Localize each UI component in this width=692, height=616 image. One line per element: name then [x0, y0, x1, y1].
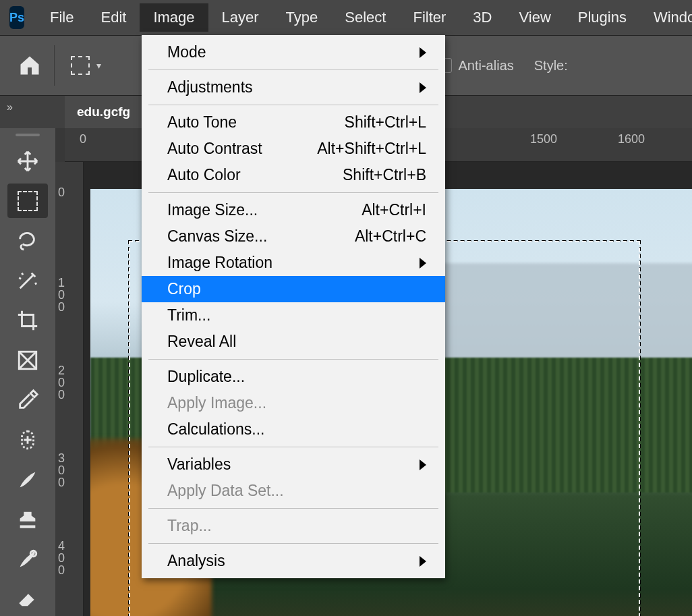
menu-image[interactable]: Image: [140, 3, 208, 32]
ruler-v-tick: 400: [58, 540, 65, 576]
menu-plugins[interactable]: Plugins: [565, 3, 640, 32]
tool-preset[interactable]: ▾: [71, 56, 101, 75]
app-logo: Ps: [9, 6, 24, 29]
menu-separator: [148, 447, 438, 447]
menu-3d[interactable]: 3D: [459, 3, 505, 32]
menu-trim[interactable]: Trim...: [142, 302, 445, 329]
brush-tool[interactable]: [7, 462, 48, 497]
ruler-v-tick: 100: [58, 277, 65, 313]
crop-tool[interactable]: [7, 303, 48, 337]
healing-brush-tool[interactable]: [7, 422, 48, 457]
home-button[interactable]: [9, 45, 50, 86]
image-menu-dropdown: Mode Adjustments Auto ToneShift+Ctrl+L A…: [142, 35, 445, 578]
menu-crop[interactable]: Crop: [142, 276, 445, 302]
menu-view[interactable]: View: [505, 3, 564, 32]
menu-edit[interactable]: Edit: [87, 3, 140, 32]
menu-calculations[interactable]: Calculations...: [142, 416, 445, 443]
expand-panels-icon[interactable]: »: [7, 101, 13, 113]
menu-separator: [148, 192, 438, 193]
menu-separator: [148, 543, 438, 544]
ruler-h-tick: 1600: [618, 132, 645, 146]
menu-adjustments[interactable]: Adjustments: [142, 74, 445, 101]
home-icon: [18, 53, 42, 78]
menu-image-size[interactable]: Image Size...Alt+Ctrl+I: [142, 197, 445, 223]
antialias-label: Anti-alias: [459, 58, 514, 74]
menu-duplicate[interactable]: Duplicate...: [142, 364, 445, 390]
eraser-tool[interactable]: [7, 582, 48, 616]
menubar: Ps File Edit Image Layer Type Select Fil…: [0, 0, 692, 35]
move-tool[interactable]: [7, 144, 48, 178]
marquee-icon: [71, 56, 90, 75]
menu-apply-data-set: Apply Data Set...: [142, 478, 445, 504]
submenu-arrow-icon: [420, 82, 426, 93]
menu-reveal-all[interactable]: Reveal All: [142, 329, 445, 355]
menu-auto-color[interactable]: Auto ColorShift+Ctrl+B: [142, 162, 445, 188]
ruler-v-tick: 300: [58, 452, 65, 488]
menu-separator: [148, 359, 438, 360]
menu-separator: [148, 69, 438, 70]
document-tab[interactable]: edu.gcfg: [65, 96, 142, 128]
menu-trap: Trap...: [142, 513, 445, 539]
menu-apply-image: Apply Image...: [142, 390, 445, 416]
menu-separator: [148, 105, 438, 105]
document-tab-label: edu.gcfg: [77, 105, 130, 119]
menu-file[interactable]: File: [36, 3, 87, 32]
eyedropper-tool[interactable]: [7, 383, 48, 417]
ruler-h-tick: 0: [80, 132, 86, 146]
clone-stamp-tool[interactable]: [7, 502, 48, 536]
lasso-tool[interactable]: [7, 223, 48, 258]
menu-mode[interactable]: Mode: [142, 39, 445, 65]
menu-select[interactable]: Select: [331, 3, 399, 32]
ruler-v-tick: 200: [58, 364, 65, 401]
ruler-vertical: 0 100 200 300 400: [55, 162, 84, 616]
menu-auto-tone[interactable]: Auto ToneShift+Ctrl+L: [142, 109, 445, 136]
toolbar-grip[interactable]: [16, 131, 40, 138]
submenu-arrow-icon: [420, 556, 426, 567]
ruler-v-tick: 0: [58, 186, 65, 198]
menu-variables[interactable]: Variables: [142, 451, 445, 478]
menu-auto-contrast[interactable]: Auto ContrastAlt+Shift+Ctrl+L: [142, 136, 445, 162]
chevron-down-icon: ▾: [96, 60, 101, 71]
menu-type[interactable]: Type: [272, 3, 332, 32]
menu-image-rotation[interactable]: Image Rotation: [142, 250, 445, 276]
style-label: Style:: [534, 58, 568, 74]
menu-filter[interactable]: Filter: [399, 3, 459, 32]
history-brush-tool[interactable]: [7, 542, 48, 576]
magic-wand-tool[interactable]: [7, 263, 48, 298]
submenu-arrow-icon: [420, 47, 426, 58]
frame-tool[interactable]: [7, 343, 48, 377]
menu-canvas-size[interactable]: Canvas Size...Alt+Ctrl+C: [142, 223, 445, 250]
menu-analysis[interactable]: Analysis: [142, 548, 445, 574]
rectangular-marquee-tool[interactable]: [7, 184, 48, 218]
ruler-h-tick: 1500: [530, 132, 557, 146]
submenu-arrow-icon: [420, 258, 426, 269]
menu-window[interactable]: Window: [640, 3, 692, 32]
submenu-arrow-icon: [420, 459, 426, 470]
menu-layer[interactable]: Layer: [208, 3, 272, 32]
toolbar: [0, 128, 55, 616]
menu-separator: [148, 508, 438, 509]
